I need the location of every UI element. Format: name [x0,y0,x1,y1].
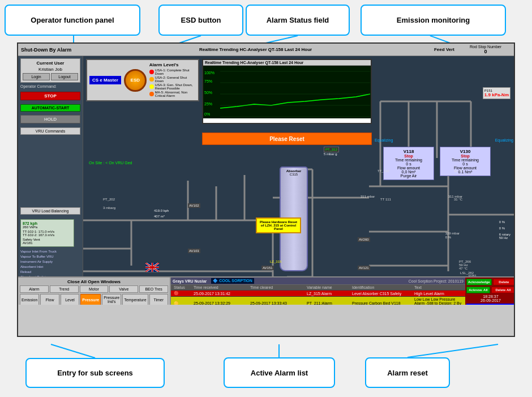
cs-master-badge: CS e Master [89,76,121,84]
absorbent-inlet-label: Absorbent Inlet [20,265,80,268]
alarm-btn[interactable]: Alarm [20,285,49,293]
trend-chart-svg: 100% 75% 50% 25% 0% [203,66,371,118]
esd-area: CS e Master ESD Alarm Level's USA-1: Com… [86,59,199,101]
col-time-cleared: Time cleared [249,285,306,289]
annotation-active-alarm-list: Active Alarm list [224,357,335,388]
av260-label: AV260 [358,237,370,242]
annotation-label-entry: Entry for sub screens [57,369,133,377]
mbar-311b: 311 mbar [448,195,462,198]
annotation-label-alarm-status: Alarm Status field [267,16,329,24]
temperature-btn[interactable]: Temperature [122,294,148,305]
trend-chart-title: Realtime Trending HC-Analyser QT-158 Las… [203,60,371,66]
scada-screen: Shut-Down By Alarm Realtime Trending HC-… [17,42,515,337]
stop-button[interactable]: STOP [20,92,80,100]
svg-text:75%: 75% [204,79,212,83]
motor-btn[interactable]: Motor [80,285,109,293]
project-label: Cool Sorption Project: 2010119 [409,279,464,283]
esd-button[interactable]: ESD [124,69,147,92]
alarm-level-2: USA-2: General Shut Down [149,76,196,83]
auto-start-button[interactable]: AUTOMATIC-START [20,104,80,112]
flow-btn[interactable]: Flow [40,294,59,305]
cool-sorption-logo: 🔷 COOL SORPTION [211,278,254,284]
on-site-indicator: On Site : < On VRU Ged [89,161,132,165]
acknowledge-all-button[interactable]: Acknow. All [466,287,490,293]
toolbar-left-section: Close All Open Windows Alarm Trend Motor… [18,278,171,305]
right-instruments: 0 % 0 % 6 rotary 59 Hz [499,220,510,240]
bottom-toolbar: Close All Open Windows Alarm Trend Motor… [18,276,515,305]
v118-stop-panel: V118 Stop Time remaining 0 s Flow amount… [383,147,434,180]
svg-text:0%: 0% [204,112,210,116]
trend-chart-body: 100% 75% 50% 25% 0% [203,66,371,118]
equalizing-right: Equalizing [495,138,513,142]
trend-btn[interactable]: Trend [50,285,79,293]
mbar-311: 311 mbar [361,195,375,198]
pt-203-label: 3 mbarg [103,206,115,210]
av103-label: AV103 [188,249,200,253]
scada-status-bar [18,305,515,336]
lz-315-label: LZ_315 [270,260,281,263]
svg-text:25%: 25% [204,102,212,106]
annotation-alarm-status-field: Alarm Status field [246,5,350,36]
pressure-ind-btn[interactable]: Pressure Ind's [102,294,121,305]
scada-top-bar: Shut-Down By Alarm Realtime Trending HC-… [18,44,514,56]
qt-158-area: PT_312 5 mbar g [324,147,339,156]
beo-btn[interactable]: BEO Tres [139,285,168,293]
equalizing-left: Equalizing [375,138,393,142]
svg-text:100%: 100% [204,71,214,75]
feed-vert-label: Feed Vert [434,47,454,52]
svg-line-4 [51,344,95,358]
annotation-label-operator: Operator function panel [31,16,114,24]
alarm-row-1[interactable]: 🔴 25-09-2017 13:31:42 LZ_315:Alarm Level… [171,291,465,297]
right-pressure-2: PT_266 59 Hz 47 °C [459,260,471,270]
annotation-alarm-reset: Alarm reset [365,357,450,388]
timer-btn[interactable]: Timer [149,294,168,305]
annotation-emission-monitoring: Emission monitoring [361,5,506,36]
logout-button[interactable]: Logout [51,73,78,80]
vapour-inlet-label: Vapour Inlet From Truck [20,250,80,253]
site-name: Grays VRU Nuslar [173,279,207,283]
annotation-esd-button: ESD button [158,5,243,36]
language-flag[interactable] [145,263,159,272]
login-button[interactable]: Login [23,73,50,80]
right-pressure-1: 329 mbar 0 % [445,232,460,239]
p151-instrument: P151 1.9 kPa-Nm [483,87,510,99]
vru-load-balancing-button[interactable]: VRU Load Balancing [20,207,80,215]
av102-label: AV102 [188,203,200,208]
annotation-label-active-alarm: Active Alarm list [251,369,308,377]
av151-label: AV151 [261,266,274,270]
annotation-entry-sub-screens: Entry for sub screens [25,358,165,388]
instrument-air-label: Instrument Air Supply [20,260,80,263]
hold-button[interactable]: HOLD [20,115,80,123]
user-name: Kristian Job [23,67,78,72]
uk-flag-svg [145,263,159,272]
alarm-row-2[interactable]: 🟡 25-09-2017 13:32:29 25-09-2017 13:33:4… [171,297,465,305]
v130-stop-panel: V130 Stop Time remaining 0 s Flow amount… [440,147,491,176]
vapour-to-buffer-label: Vapour To Buffer VRU [20,255,80,258]
flow-computer: 872 kph 260 VkPa TT-102-1: 171.0 mVs TT-… [20,219,74,247]
av121-label: AV121 [358,266,370,270]
col-status: Status [173,285,192,289]
please-reset-banner[interactable]: Please Reset [202,133,372,145]
alarm-list-container: Grays VRU Nuslar 🔷 COOL SORPTION Cool So… [171,278,465,305]
col-identification: Identification [351,285,413,289]
time-display: 18:28:37 26-09-2017 [466,294,515,302]
hardware-reset-popup: Please Hardware Reset of LZH_315 at Cont… [256,217,301,233]
alarm-level-3: USA-3: Gen. Shut Down, Restart Possible [149,83,196,90]
pt-202-label: PT_202 [103,198,115,201]
alarm-level-4: MA-5: Abnormal, Non Critical Alarm [149,91,196,97]
emission-btn[interactable]: Emission [20,294,39,305]
user-panel: Current User Kristian Job Login Logout [20,58,80,83]
col-variable: Variable name [306,285,351,289]
col-time-received: Time received [192,285,249,289]
delete-all-button[interactable]: Delete All [491,287,515,293]
delete-button[interactable]: Delete [493,279,515,285]
annotation-label-esd: ESD button [181,16,221,24]
acknowledge-button[interactable]: Acknowledge [466,279,492,285]
annotation-label-alarm-reset: Alarm reset [387,369,428,377]
alarm-list-header: Status Time received Time cleared Variab… [171,285,465,291]
valve-btn[interactable]: Valve [109,285,138,293]
vru-commands-button[interactable]: VRU Commands [20,127,80,135]
flow-label-2: 407 m³ [154,215,165,218]
level-btn[interactable]: Level [61,294,79,305]
pressure-btn[interactable]: Pressure [80,294,101,305]
